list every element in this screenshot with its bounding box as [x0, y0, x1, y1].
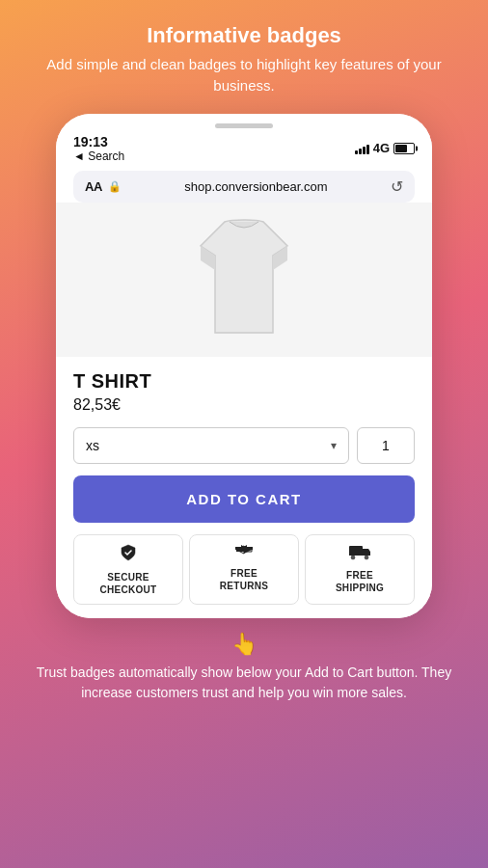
quantity-input[interactable]: 1: [357, 427, 415, 464]
signal-bars-icon: [355, 143, 369, 154]
trust-badges: SECURECHECKOUT FREERETURNS: [73, 534, 415, 605]
notch-bar: [215, 123, 273, 128]
lock-icon: 🔒: [108, 180, 122, 193]
svg-point-2: [365, 556, 368, 559]
phone-frame: 19:13 ◄ Search 4G AA 🔒 shop.conversionbe…: [56, 114, 432, 618]
shield-icon: [119, 543, 138, 567]
header-subtitle: Add simple and clean badges to highlight…: [15, 54, 473, 96]
badge-secure-checkout: SECURECHECKOUT: [73, 534, 183, 605]
badge-free-shipping-label: FREESHIPPING: [336, 569, 384, 594]
returns-icon: [233, 543, 255, 563]
svg-rect-3: [349, 554, 370, 556]
product-price: 82,53€: [73, 396, 415, 414]
badge-free-returns: FREERETURNS: [189, 534, 299, 605]
footer-section: 👆 Trust badges automatically show below …: [15, 632, 473, 703]
status-search: ◄ Search: [73, 149, 124, 163]
network-label: 4G: [373, 141, 390, 155]
truck-icon: [348, 543, 371, 565]
badge-secure-checkout-label: SECURECHECKOUT: [99, 571, 156, 596]
url-bar[interactable]: AA 🔒 shop.conversionbear.com ↺: [73, 171, 415, 203]
size-label: xs: [86, 438, 99, 453]
status-bar: 19:13 ◄ Search 4G: [73, 132, 415, 165]
product-image-area: [56, 203, 432, 357]
status-time: 19:13: [73, 134, 124, 149]
size-select[interactable]: xs ▾: [73, 427, 349, 464]
url-aa-label: AA: [85, 179, 102, 194]
phone-top: 19:13 ◄ Search 4G AA 🔒 shop.conversionbe…: [56, 114, 432, 203]
svg-point-1: [351, 556, 355, 559]
badge-free-shipping: FREESHIPPING: [305, 534, 415, 605]
phone-notch: [73, 123, 415, 128]
header-title: Informative badges: [15, 23, 473, 48]
fire-emoji: 👆: [23, 632, 465, 657]
add-to-cart-button[interactable]: ADD TO CART: [73, 475, 415, 523]
product-info: T SHIRT 82,53€ xs ▾ 1 ADD TO CART: [56, 357, 432, 618]
quantity-value: 1: [382, 438, 390, 453]
url-text: shop.conversionbear.com: [127, 179, 385, 194]
chevron-down-icon: ▾: [331, 439, 337, 452]
tshirt-image: [181, 212, 307, 347]
footer-text: Trust badges automatically show below yo…: [23, 663, 465, 703]
product-title: T SHIRT: [73, 370, 415, 393]
header-section: Informative badges Add simple and clean …: [15, 23, 473, 96]
badge-free-returns-label: FREERETURNS: [220, 567, 268, 592]
status-right: 4G: [355, 141, 415, 155]
battery-icon: [393, 143, 415, 154]
product-controls: xs ▾ 1: [73, 427, 415, 464]
refresh-icon[interactable]: ↺: [391, 177, 403, 196]
